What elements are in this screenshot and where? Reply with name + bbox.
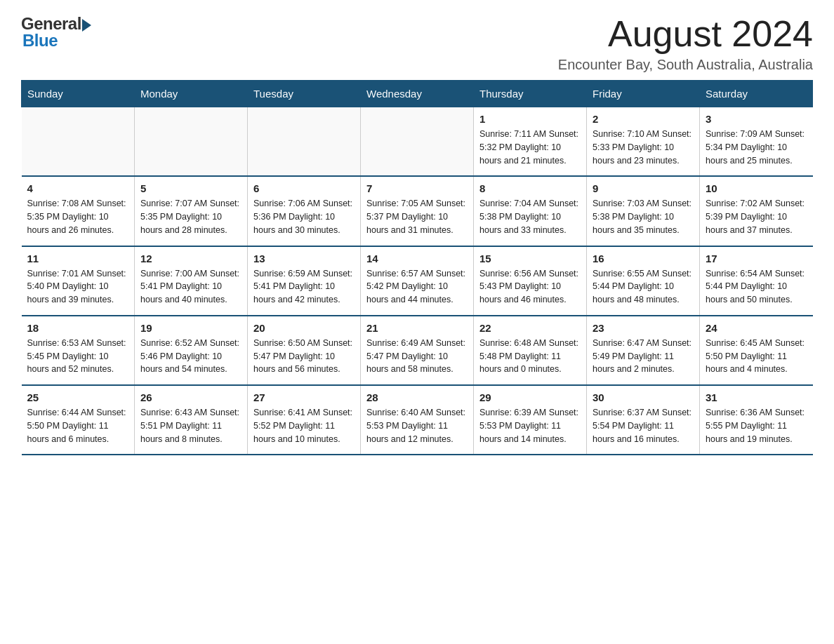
col-header-tuesday: Tuesday [248, 81, 361, 107]
calendar-cell: 2Sunrise: 7:10 AM Sunset: 5:33 PM Daylig… [587, 107, 700, 177]
day-info: Sunrise: 6:55 AM Sunset: 5:44 PM Dayligh… [593, 267, 694, 307]
calendar-cell: 7Sunrise: 7:05 AM Sunset: 5:37 PM Daylig… [361, 176, 474, 246]
day-info: Sunrise: 6:45 AM Sunset: 5:50 PM Dayligh… [706, 337, 807, 376]
day-number: 16 [593, 253, 694, 264]
location-title: Encounter Bay, South Australia, Australi… [558, 57, 813, 73]
day-info: Sunrise: 6:48 AM Sunset: 5:48 PM Dayligh… [479, 337, 581, 376]
day-info: Sunrise: 7:01 AM Sunset: 5:40 PM Dayligh… [27, 267, 129, 307]
day-number: 14 [366, 253, 468, 264]
day-number: 2 [593, 113, 694, 125]
calendar-cell: 29Sunrise: 6:39 AM Sunset: 5:53 PM Dayli… [474, 385, 587, 455]
calendar-cell: 4Sunrise: 7:08 AM Sunset: 5:35 PM Daylig… [22, 176, 135, 246]
day-number: 5 [140, 182, 241, 194]
day-number: 20 [253, 322, 355, 334]
day-number: 3 [706, 113, 807, 125]
day-number: 17 [706, 253, 807, 264]
day-number: 22 [479, 322, 581, 334]
day-info: Sunrise: 6:59 AM Sunset: 5:41 PM Dayligh… [253, 267, 355, 307]
calendar-cell: 24Sunrise: 6:45 AM Sunset: 5:50 PM Dayli… [700, 316, 813, 385]
calendar-cell: 31Sunrise: 6:36 AM Sunset: 5:55 PM Dayli… [700, 385, 813, 455]
header: General Blue August 2024 Encounter Bay, … [21, 14, 813, 73]
calendar-cell: 28Sunrise: 6:40 AM Sunset: 5:53 PM Dayli… [361, 385, 474, 455]
col-header-sunday: Sunday [22, 81, 135, 107]
calendar-table: SundayMondayTuesdayWednesdayThursdayFrid… [21, 80, 813, 455]
day-info: Sunrise: 6:52 AM Sunset: 5:46 PM Dayligh… [140, 337, 241, 376]
day-number: 31 [706, 391, 807, 403]
col-header-wednesday: Wednesday [361, 81, 474, 107]
calendar-cell: 12Sunrise: 7:00 AM Sunset: 5:41 PM Dayli… [135, 246, 248, 316]
title-area: August 2024 Encounter Bay, South Austral… [558, 14, 813, 73]
day-info: Sunrise: 6:44 AM Sunset: 5:50 PM Dayligh… [27, 406, 129, 445]
calendar-cell: 21Sunrise: 6:49 AM Sunset: 5:47 PM Dayli… [361, 316, 474, 385]
day-info: Sunrise: 7:04 AM Sunset: 5:38 PM Dayligh… [479, 197, 581, 236]
day-info: Sunrise: 7:00 AM Sunset: 5:41 PM Dayligh… [140, 267, 241, 307]
day-number: 30 [593, 391, 694, 403]
calendar-cell: 30Sunrise: 6:37 AM Sunset: 5:54 PM Dayli… [587, 385, 700, 455]
day-number: 10 [706, 182, 807, 194]
logo-text-blue: Blue [22, 31, 58, 51]
day-number: 1 [479, 113, 581, 125]
calendar-cell: 16Sunrise: 6:55 AM Sunset: 5:44 PM Dayli… [587, 246, 700, 316]
day-info: Sunrise: 6:40 AM Sunset: 5:53 PM Dayligh… [366, 406, 468, 445]
logo-chevron-icon [82, 19, 91, 32]
day-info: Sunrise: 6:41 AM Sunset: 5:52 PM Dayligh… [253, 406, 355, 445]
day-info: Sunrise: 7:11 AM Sunset: 5:32 PM Dayligh… [479, 128, 581, 167]
day-number: 19 [140, 322, 241, 334]
day-number: 13 [253, 253, 355, 264]
calendar-cell [248, 107, 361, 177]
day-info: Sunrise: 6:43 AM Sunset: 5:51 PM Dayligh… [140, 406, 241, 445]
day-info: Sunrise: 6:57 AM Sunset: 5:42 PM Dayligh… [366, 267, 468, 307]
calendar-cell: 18Sunrise: 6:53 AM Sunset: 5:45 PM Dayli… [22, 316, 135, 385]
calendar-cell [22, 107, 135, 177]
col-header-thursday: Thursday [474, 81, 587, 107]
day-number: 15 [479, 253, 581, 264]
calendar-week-row: 18Sunrise: 6:53 AM Sunset: 5:45 PM Dayli… [22, 316, 813, 385]
calendar-cell: 22Sunrise: 6:48 AM Sunset: 5:48 PM Dayli… [474, 316, 587, 385]
day-number: 4 [27, 182, 129, 194]
day-info: Sunrise: 6:39 AM Sunset: 5:53 PM Dayligh… [479, 406, 581, 445]
day-info: Sunrise: 7:10 AM Sunset: 5:33 PM Dayligh… [593, 128, 694, 167]
day-info: Sunrise: 7:05 AM Sunset: 5:37 PM Dayligh… [366, 197, 468, 236]
calendar-cell: 3Sunrise: 7:09 AM Sunset: 5:34 PM Daylig… [700, 107, 813, 177]
day-number: 9 [593, 182, 694, 194]
day-info: Sunrise: 7:08 AM Sunset: 5:35 PM Dayligh… [27, 197, 129, 236]
day-number: 26 [140, 391, 241, 403]
calendar-week-row: 11Sunrise: 7:01 AM Sunset: 5:40 PM Dayli… [22, 246, 813, 316]
day-number: 12 [140, 253, 241, 264]
day-info: Sunrise: 7:07 AM Sunset: 5:35 PM Dayligh… [140, 197, 241, 236]
calendar-week-row: 4Sunrise: 7:08 AM Sunset: 5:35 PM Daylig… [22, 176, 813, 246]
calendar-cell: 15Sunrise: 6:56 AM Sunset: 5:43 PM Dayli… [474, 246, 587, 316]
day-number: 23 [593, 322, 694, 334]
day-number: 27 [253, 391, 355, 403]
calendar-week-row: 25Sunrise: 6:44 AM Sunset: 5:50 PM Dayli… [22, 385, 813, 455]
calendar-cell [361, 107, 474, 177]
calendar-cell: 19Sunrise: 6:52 AM Sunset: 5:46 PM Dayli… [135, 316, 248, 385]
calendar-week-row: 1Sunrise: 7:11 AM Sunset: 5:32 PM Daylig… [22, 107, 813, 177]
calendar-cell: 14Sunrise: 6:57 AM Sunset: 5:42 PM Dayli… [361, 246, 474, 316]
day-number: 28 [366, 391, 468, 403]
day-number: 6 [253, 182, 355, 194]
day-number: 24 [706, 322, 807, 334]
calendar-cell: 6Sunrise: 7:06 AM Sunset: 5:36 PM Daylig… [248, 176, 361, 246]
day-number: 18 [27, 322, 129, 334]
calendar-cell: 13Sunrise: 6:59 AM Sunset: 5:41 PM Dayli… [248, 246, 361, 316]
calendar-cell: 23Sunrise: 6:47 AM Sunset: 5:49 PM Dayli… [587, 316, 700, 385]
calendar-cell: 5Sunrise: 7:07 AM Sunset: 5:35 PM Daylig… [135, 176, 248, 246]
day-number: 29 [479, 391, 581, 403]
calendar-cell: 9Sunrise: 7:03 AM Sunset: 5:38 PM Daylig… [587, 176, 700, 246]
calendar-cell: 20Sunrise: 6:50 AM Sunset: 5:47 PM Dayli… [248, 316, 361, 385]
day-info: Sunrise: 6:47 AM Sunset: 5:49 PM Dayligh… [593, 337, 694, 376]
day-number: 8 [479, 182, 581, 194]
calendar-cell: 10Sunrise: 7:02 AM Sunset: 5:39 PM Dayli… [700, 176, 813, 246]
day-number: 21 [366, 322, 468, 334]
calendar-cell: 27Sunrise: 6:41 AM Sunset: 5:52 PM Dayli… [248, 385, 361, 455]
calendar-cell: 1Sunrise: 7:11 AM Sunset: 5:32 PM Daylig… [474, 107, 587, 177]
day-info: Sunrise: 7:09 AM Sunset: 5:34 PM Dayligh… [706, 128, 807, 167]
day-info: Sunrise: 6:50 AM Sunset: 5:47 PM Dayligh… [253, 337, 355, 376]
day-info: Sunrise: 7:02 AM Sunset: 5:39 PM Dayligh… [706, 197, 807, 236]
calendar-cell: 17Sunrise: 6:54 AM Sunset: 5:44 PM Dayli… [700, 246, 813, 316]
day-info: Sunrise: 6:36 AM Sunset: 5:55 PM Dayligh… [706, 406, 807, 445]
day-info: Sunrise: 6:54 AM Sunset: 5:44 PM Dayligh… [706, 267, 807, 307]
month-title: August 2024 [558, 14, 813, 54]
col-header-friday: Friday [587, 81, 700, 107]
